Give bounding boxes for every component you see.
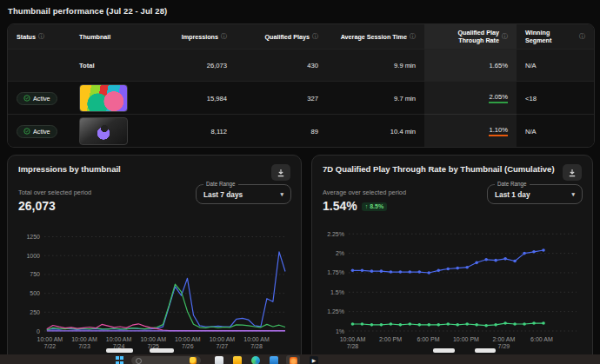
info-icon[interactable]: ⓘ	[410, 32, 416, 41]
svg-text:1%: 1%	[336, 328, 344, 334]
svg-text:10:00 AM7/28: 10:00 AM7/28	[243, 336, 270, 349]
search-highlight-icon	[190, 357, 197, 364]
svg-text:1.75%: 1.75%	[327, 269, 344, 275]
check-circle-icon	[23, 128, 30, 135]
impressions-value: 26,073	[143, 50, 236, 81]
status-badge: Active	[17, 92, 57, 105]
chevron-down-icon: ▾	[571, 191, 575, 198]
svg-text:6:00 PM: 6:00 PM	[417, 336, 439, 342]
edge-browser-icon[interactable]	[251, 356, 260, 364]
avg-session-value: 9.7 min	[327, 82, 424, 115]
check-circle-icon	[23, 95, 30, 102]
status-cell: Active	[8, 115, 70, 148]
chevron-down-icon: ▾	[280, 191, 283, 198]
svg-text:10:00 AM7/22: 10:00 AM7/22	[37, 336, 63, 349]
legend-thumbnail-2[interactable]	[150, 348, 174, 353]
col-header-winning-segment: Winning Segmentⓘ	[517, 24, 594, 49]
winning-segment-value: <18	[517, 82, 594, 115]
change-badge: ↑ 8.5%	[362, 202, 387, 211]
orange-app-icon	[290, 357, 297, 364]
info-icon[interactable]: ⓘ	[312, 32, 318, 41]
search-icon	[136, 358, 142, 364]
svg-text:1000: 1000	[26, 253, 40, 259]
microsoft-store-icon[interactable]	[270, 356, 278, 364]
svg-text:2:00 AM7/29: 2:00 AM7/29	[493, 336, 516, 349]
media-player-icon[interactable]: ▶	[310, 356, 318, 364]
svg-text:10:00 AM7/26: 10:00 AM7/26	[175, 336, 201, 349]
svg-text:2%: 2%	[336, 250, 344, 256]
thumbnail-cell	[70, 115, 143, 148]
svg-text:10:00 AM7/28: 10:00 AM7/28	[340, 336, 366, 349]
winning-segment-value: N/A	[517, 115, 594, 148]
qptr-value: 2.05%	[424, 82, 517, 115]
svg-text:10:00 AM7/25: 10:00 AM7/25	[140, 336, 166, 349]
col-header-avg-session-time: Average Session Timeⓘ	[327, 24, 424, 49]
svg-text:2:00 PM: 2:00 PM	[379, 336, 402, 342]
table-row-thumbnail-1: Active 15,984 327 9.7 min 2.05% <18	[8, 82, 594, 115]
impressions-line-chart[interactable]: 02505007501000125010:00 AM7/2210:00 AM7/…	[18, 222, 290, 352]
qualified-plays-value: 89	[236, 115, 327, 148]
avg-session-value: 9.9 min	[327, 50, 424, 81]
taskbar-search-box[interactable]	[131, 356, 201, 364]
qptr-value: 1.65%	[424, 50, 517, 81]
info-icon[interactable]: ⓘ	[502, 32, 508, 41]
svg-text:250: 250	[30, 309, 40, 315]
impressions-value: 8,112	[143, 115, 236, 148]
svg-text:10:00 AM7/24: 10:00 AM7/24	[106, 336, 132, 349]
download-icon	[568, 169, 577, 177]
table-row-total: Total 26,073 430 9.9 min 1.65% N/A	[8, 50, 594, 82]
svg-text:0: 0	[37, 328, 40, 334]
status-badge: Active	[17, 125, 57, 138]
windows-start-icon[interactable]	[116, 356, 124, 364]
page-title: Thumbnail performance (Jul 22 - Jul 28)	[8, 6, 167, 16]
info-icon[interactable]: ⓘ	[221, 32, 227, 41]
date-range-label: Date Range	[495, 181, 530, 187]
download-button[interactable]	[563, 164, 582, 181]
card-title: 7D Qualified Play Through Rate by Thumbn…	[323, 164, 555, 174]
info-icon[interactable]: ⓘ	[38, 32, 44, 41]
svg-text:6:00 AM: 6:00 AM	[530, 336, 553, 342]
status-cell: Active	[8, 82, 70, 115]
date-range-value: Last 1 day	[495, 190, 530, 199]
date-range-select[interactable]: Date Range Last 1 day ▾	[487, 184, 583, 204]
svg-text:10:00 PM: 10:00 PM	[453, 336, 479, 342]
qptr-line-chart[interactable]: 1%1.25%1.5%1.75%2%2.25%10:00 AM7/282:00 …	[323, 222, 582, 352]
svg-text:1.25%: 1.25%	[327, 308, 344, 314]
col-header-thumbnail: Thumbnail	[70, 24, 143, 49]
status-cell	[8, 50, 70, 81]
total-label: Total	[70, 50, 143, 81]
col-header-qptr: Qualified Play Through Rateⓘ	[424, 24, 517, 49]
legend-thumbnail-3[interactable]	[433, 348, 455, 353]
svg-text:750: 750	[30, 271, 40, 277]
legend-thumbnail-4[interactable]	[475, 348, 496, 353]
avg-session-value: 10.4 min	[327, 115, 424, 148]
dashboard-screen: Thumbnail performance (Jul 22 - Jul 28) …	[0, 0, 600, 364]
svg-text:10:00 AM7/27: 10:00 AM7/27	[210, 336, 236, 349]
col-header-impressions: Impressionsⓘ	[143, 24, 236, 49]
table-header-row: Statusⓘ Thumbnail Impressionsⓘ Qualified…	[8, 24, 594, 50]
svg-text:10:00 AM7/23: 10:00 AM7/23	[71, 336, 97, 349]
thumbnail-image-2[interactable]	[79, 117, 128, 145]
thumbnail-performance-table: Statusⓘ Thumbnail Impressionsⓘ Qualified…	[7, 23, 595, 148]
impressions-value: 15,984	[143, 82, 236, 115]
download-icon	[277, 169, 285, 177]
table-row-thumbnail-2: Active 8,112 89 10.4 min 1.10% N/A	[8, 115, 594, 147]
date-range-value: Last 7 days	[203, 190, 243, 199]
winning-segment-value: N/A	[517, 50, 594, 81]
thumbnail-cell	[70, 82, 143, 115]
svg-text:2.25%: 2.25%	[327, 231, 344, 237]
info-icon[interactable]: ⓘ	[579, 32, 585, 41]
svg-text:1250: 1250	[26, 234, 40, 240]
thumbnail-image-1[interactable]	[79, 84, 128, 112]
file-explorer-document-icon[interactable]	[215, 356, 223, 364]
date-range-select[interactable]: Date Range Last 7 days ▾	[196, 184, 291, 204]
download-button[interactable]	[271, 164, 290, 181]
folder-icon[interactable]	[233, 356, 242, 364]
col-header-status: Statusⓘ	[8, 24, 70, 49]
impressions-chart-card: Impressions by thumbnail Total over sele…	[7, 155, 302, 364]
active-app-icon[interactable]	[286, 355, 300, 364]
card-title: Impressions by thumbnail	[18, 164, 121, 174]
legend-thumbnail-1[interactable]	[106, 348, 133, 353]
date-range-label: Date Range	[203, 181, 238, 187]
windows-taskbar: ▶	[0, 354, 600, 364]
